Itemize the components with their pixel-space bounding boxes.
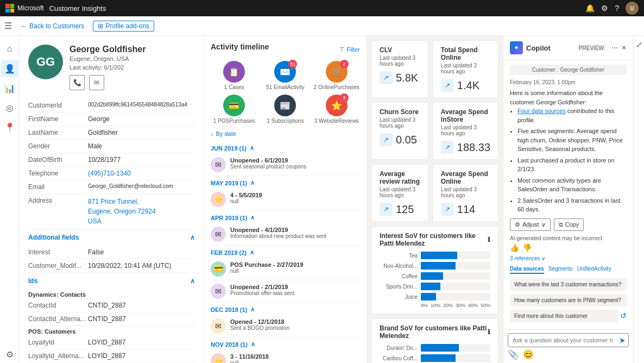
trend-up-icon: ↗ — [441, 79, 454, 92]
copilot-references[interactable]: 3 references ∨ — [510, 255, 627, 261]
info-icon[interactable]: ℹ — [488, 236, 490, 243]
user-avatar[interactable]: U — [626, 2, 639, 15]
chevron-up-icon: ∧ — [251, 341, 255, 348]
timeline-groups: JUN 2019 (1) ∧ ✉ Unopened - 6/1/2019 Sen… — [211, 141, 360, 363]
sidebar-location-icon[interactable]: 📍 — [1, 118, 18, 136]
tab-unified-activity[interactable]: UnifiedActivity — [577, 265, 611, 274]
timeline-group-apr2019[interactable]: APR 2019 (1) ∧ — [211, 211, 360, 223]
timeline-group-may2019[interactable]: MAY 2019 (1) ∧ — [211, 176, 360, 189]
bar-row-sports: Sports Drin... — [380, 283, 490, 290]
field-address: Address 871 Price Tunnel,Eugene, Oregon … — [28, 194, 195, 229]
sidebar-customers-icon[interactable]: 👤 — [1, 60, 18, 77]
activity-icon-cases[interactable]: 📋 1 Cases — [211, 61, 257, 90]
emoji-icon[interactable]: 😊 — [523, 349, 534, 360]
chevron-up-icon: ∧ — [250, 249, 254, 256]
activity-icon-pos[interactable]: 💳 1 POSPurchases — [211, 95, 257, 124]
field-lastname: LastName Goldfisher — [28, 126, 195, 140]
second-nav: ☰ ← Back to Customers ⊞ Profile add-ons — [0, 16, 644, 36]
sidebar-measures-icon[interactable]: 📊 — [1, 79, 18, 97]
right-edge: ⤢ — [633, 36, 644, 363]
ids-toggle[interactable]: Ids ∧ — [28, 273, 195, 289]
suggested-q-1[interactable]: What were the last 3 customer transactio… — [510, 278, 627, 291]
chevron-up-icon-ids: ∧ — [190, 277, 195, 285]
top-nav-right: 🔔 ⚙ ? U — [585, 2, 639, 15]
email-icon: ✉ — [211, 157, 226, 172]
field-telephone: Telephone (495)710-1340 — [28, 167, 195, 180]
filter-icon: ⊤ — [339, 46, 345, 53]
profile-info: George Goldfisher Eugene, Oregon, USA La… — [70, 45, 146, 90]
activity-icon-reviews[interactable]: ⭐ 3 3 WebsiteReviews — [313, 95, 360, 124]
thumbs-down-icon[interactable]: 👎 — [522, 243, 532, 252]
timeline-sort-button[interactable]: ↓ By date — [211, 130, 360, 137]
metric-clv: CLV Last updated 3 hours ago ↗ 5.8K — [371, 40, 428, 98]
copy-button[interactable]: ⧉ Copy — [554, 218, 584, 231]
avatar: GG — [28, 45, 63, 79]
chevron-up-icon: ∧ — [250, 306, 255, 313]
metric-total-spend-online: Total Spend Online Last updated 3 hours … — [433, 40, 498, 98]
chevron-up-icon: ∧ — [250, 214, 255, 221]
timeline-item: ✉ Unopened - 6/1/2019 Sent seasonal prod… — [211, 154, 360, 176]
copilot-preview-badge: PREVIEW — [577, 45, 606, 52]
tab-segments[interactable]: Segments — [548, 265, 573, 274]
refresh-icon[interactable]: ↺ — [620, 311, 627, 320]
sidebar-home-icon[interactable]: ⌂ — [1, 40, 18, 58]
brand-bars: Dunkin' Do... Caribou Coff... Starbucks … — [380, 344, 490, 363]
bar-row-nonalcohol: Non-Alcohol... — [380, 262, 490, 270]
settings-icon[interactable]: ⚙ — [601, 4, 608, 12]
profile-addon-button[interactable]: ⊞ Profile add-ons — [93, 21, 154, 32]
additional-fields-toggle[interactable]: Additional fields ∧ — [28, 229, 195, 246]
thumbs-up-icon[interactable]: 👍 — [510, 243, 519, 252]
top-nav: Microsoft Customer Insights 🔔 ⚙ ? U — [0, 0, 644, 16]
activity-icon-online-purchases[interactable]: 🛒 2 2 OnlinePurchases — [313, 61, 360, 90]
timeline-item: ⭐ 4 - 5/5/2019 null — [211, 189, 360, 211]
field-dob: DateOfBirth 10/28/1977 — [28, 153, 195, 167]
suggested-q-2[interactable]: How many customers are in PNW segment? — [510, 294, 627, 306]
timeline-group-feb2019[interactable]: FEB 2019 (2) ∧ — [211, 246, 360, 258]
copilot-search-input[interactable] — [508, 333, 629, 347]
adjust-button[interactable]: ⚙ Adjust ∨ — [510, 218, 551, 231]
brand-sov-chart: Brand SoV for customers like Patti Melen… — [371, 318, 498, 363]
timeline-item: ✉ Unopened - 4/1/2019 Information about … — [211, 223, 360, 246]
email-icon: ✉ — [211, 284, 226, 299]
timeline-group-jun2019[interactable]: JUN 2019 (1) ∧ — [211, 141, 360, 154]
copilot-close-icon[interactable]: ✕ — [621, 44, 627, 52]
activity-filter-button[interactable]: ⊤ Filter — [339, 46, 360, 53]
hamburger-icon[interactable]: ☰ — [4, 21, 12, 31]
notification-icon[interactable]: 🔔 — [585, 4, 595, 12]
chevron-down-icon: ∨ — [541, 221, 546, 228]
back-to-customers-button[interactable]: ← Back to Customers — [21, 22, 84, 30]
profile-name: George Goldfisher — [70, 45, 146, 54]
data-sources-link[interactable]: Four data sources — [517, 108, 566, 114]
email-button[interactable]: ✉ — [89, 75, 104, 90]
metrics-grid: CLV Last updated 3 hours ago ↗ 5.8K Tota… — [371, 40, 498, 222]
sidebar-settings-icon[interactable]: ⚙ — [1, 346, 18, 363]
field-customerid: CustomerId 002d2b899ffc9614545548484828a… — [28, 99, 195, 112]
phone-button[interactable]: 📞 — [70, 75, 85, 90]
app-title: Customer Insights — [49, 4, 106, 12]
activity-icon-subscriptions[interactable]: 📰 1 Subscriptions — [262, 95, 308, 124]
chevron-up-icon: ∧ — [250, 179, 255, 186]
copilot-send-button[interactable]: ➤ — [619, 336, 626, 345]
copilot-header: ✦ Copilot PREVIEW ⋯ ✕ — [503, 36, 633, 60]
copilot-panel: ✦ Copilot PREVIEW ⋯ ✕ Customer : George … — [503, 36, 633, 363]
suggested-q-3[interactable]: Find more about this customer — [510, 310, 618, 322]
tab-data-sources[interactable]: Data sources — [510, 265, 544, 274]
timeline-item: ⭐ 3 - 11/16/2018 null — [211, 350, 360, 363]
profile-panel: GG George Goldfisher Eugene, Oregon, USA… — [20, 36, 204, 363]
expand-icon[interactable]: ⤢ — [636, 40, 642, 49]
timeline-group-nov2018[interactable]: NOV 2018 (1) ∧ — [211, 337, 360, 350]
activity-title: Activity timeline — [211, 42, 269, 51]
copilot-more-icon[interactable]: ⋯ — [611, 44, 618, 52]
profile-actions: 📞 ✉ — [70, 75, 146, 90]
timeline-group-dec2018[interactable]: DEC 2018 (1) ∧ — [211, 303, 360, 315]
sidebar-segments-icon[interactable]: ◎ — [1, 99, 18, 116]
metric-churn-score: Churn Score Last updated 3 hours ago ↗ 0… — [371, 102, 428, 160]
info-icon[interactable]: ℹ — [488, 328, 490, 336]
trend-up-icon: ↗ — [380, 71, 393, 84]
attachment-icon[interactable]: 📎 — [508, 349, 519, 360]
trend-up-icon: ↗ — [441, 141, 454, 154]
help-icon[interactable]: ? — [615, 4, 619, 12]
activity-icon-email[interactable]: ✉️ 51 51 EmailActivity — [262, 61, 308, 90]
suggested-questions: What were the last 3 customer transactio… — [510, 278, 627, 322]
profile-fields: CustomerId 002d2b899ffc9614545548484828a… — [28, 99, 195, 229]
